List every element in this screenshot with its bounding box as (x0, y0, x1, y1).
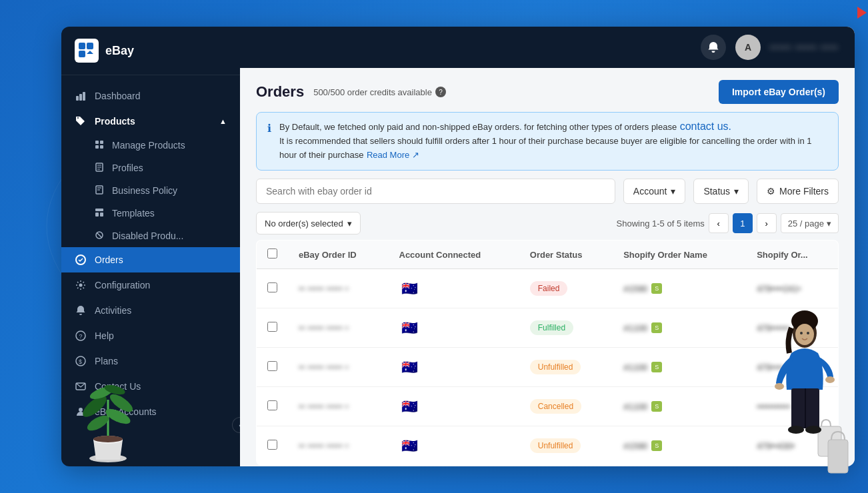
sidebar-item-label-contact-us: Contact Us (95, 381, 227, 392)
col-header-order-status: Order Status (519, 241, 613, 269)
sidebar-item-activities[interactable]: Activities (61, 298, 240, 323)
account-connected-cell-3: 🇦🇺 (389, 387, 519, 426)
credits-help-icon[interactable]: ? (435, 87, 446, 97)
sidebar-sub-label-disabled-products: Disabled Produ... (112, 231, 183, 241)
table-row: •• ••••• ••••• • 🇦🇺 Cancelled #1100 S ••… (257, 387, 839, 426)
sidebar-item-orders[interactable]: Orders (61, 247, 240, 272)
select-all-header (257, 241, 289, 269)
header-username: ••••• ••••• •••• (770, 43, 839, 53)
pagination: Showing 1-5 of 5 items ‹ 1 › 25 / page ▾ (617, 213, 839, 233)
svg-line-25 (97, 233, 102, 238)
flag-1: 🇦🇺 (399, 317, 421, 338)
disabled-icon (95, 231, 105, 241)
template-icon (95, 208, 105, 219)
flag-2: 🇦🇺 (399, 356, 421, 378)
row-checkbox-3[interactable] (267, 400, 277, 410)
sidebar-item-manage-products[interactable]: Manage Products (61, 134, 240, 157)
sidebar-item-ebay-accounts[interactable]: eBay Accounts (61, 399, 240, 424)
col-header-account-connected: Account Connected (389, 241, 519, 269)
shopify-icon-4: S (651, 440, 662, 451)
sidebar-item-disabled-products[interactable]: Disabled Produ... (61, 225, 240, 247)
sidebar-item-dashboard[interactable]: Dashboard (61, 83, 240, 109)
shopify-name-1: #1100 (623, 323, 647, 333)
svg-rect-44 (828, 440, 848, 473)
info-banner: ℹ By Default, we fetched only paid and n… (256, 112, 839, 171)
svg-rect-10 (95, 141, 99, 144)
shopify-name-0: #1590 (623, 284, 647, 294)
row-checkbox-cell-0 (257, 269, 289, 308)
notification-bell-button[interactable] (701, 35, 726, 60)
read-more-link[interactable]: Read More ↗ (367, 150, 419, 160)
shopify-name-3: #1100 (623, 402, 647, 412)
sidebar-sub-label-manage-products: Manage Products (112, 140, 185, 151)
chevron-down-icon: ▾ (347, 219, 352, 229)
flag-3: 🇦🇺 (399, 396, 421, 417)
account-connected-cell-2: 🇦🇺 (389, 348, 519, 387)
row-checkbox-cell-1 (257, 308, 289, 348)
sidebar-item-help[interactable]: ? Help (61, 323, 240, 348)
svg-rect-9 (83, 92, 85, 101)
sidebar-item-templates[interactable]: Templates (61, 202, 240, 225)
sidebar-item-profiles[interactable]: Profiles (61, 157, 240, 179)
info-icon: ℹ (267, 122, 271, 162)
order-id-cell-4: •• ••••• ••••• • (288, 426, 389, 466)
row-checkbox-4[interactable] (267, 440, 277, 450)
sidebar-item-plans[interactable]: $ Plans (61, 348, 240, 374)
sidebar-sub-label-profiles: Profiles (112, 163, 143, 173)
sidebar-item-products[interactable]: Products ▲ (61, 109, 240, 134)
shopify-order-0: #1590 S (623, 283, 735, 294)
svg-text:$: $ (79, 358, 82, 365)
prev-page-button[interactable]: ‹ (709, 213, 729, 233)
app-container: eBay Dashboard Products ▲ (61, 27, 855, 466)
svg-text:?: ? (79, 333, 83, 340)
logo-icon (75, 39, 99, 63)
account-filter-button[interactable]: Account ▾ (623, 179, 686, 204)
order-id-cell-1: •• ••••• ••••• • (288, 308, 389, 348)
info-banner-content: By Default, we fetched only paid and non… (279, 121, 827, 162)
row-checkbox-0[interactable] (267, 282, 277, 292)
account-connected-cell-4: 🇦🇺 (389, 426, 519, 466)
user-avatar[interactable]: A (735, 35, 761, 60)
contact-us-link[interactable]: contact us. (680, 121, 731, 132)
per-page-dropdown[interactable]: 25 / page ▾ (781, 213, 839, 233)
order-status-cell-1: Fulfilled (519, 308, 613, 348)
status-filter-button[interactable]: Status ▾ (693, 179, 749, 204)
tag-icon (75, 115, 87, 127)
status-badge-1: Fulfilled (530, 320, 573, 335)
svg-rect-13 (100, 145, 103, 149)
order-id-text-4: •• ••••• ••••• • (299, 441, 349, 451)
sidebar-item-configuration[interactable]: Configuration (61, 272, 240, 298)
next-page-button[interactable]: › (757, 213, 777, 233)
orders-credits-badge: 500/500 order credits available ? (313, 87, 446, 97)
order-id-text-2: •• ••••• ••••• • (299, 362, 349, 372)
shopify-order-name-cell-1: #1100 S (613, 308, 746, 348)
shopify-order-name-cell-3: #1100 S (613, 387, 746, 426)
import-orders-button[interactable]: Import eBay Order(s) (719, 80, 839, 104)
shopify-order-name-cell-0: #1590 S (613, 269, 746, 308)
sidebar-item-business-policy[interactable]: Business Policy (61, 179, 240, 202)
svg-point-50 (775, 383, 784, 390)
status-badge-2: Unfulfilled (530, 360, 581, 374)
select-all-checkbox[interactable] (267, 248, 277, 258)
more-filters-button[interactable]: ⚙ More Filters (757, 179, 839, 204)
bell-icon (75, 304, 87, 316)
order-id-cell-3: •• ••••• ••••• • (288, 387, 389, 426)
svg-point-48 (800, 332, 803, 334)
svg-point-54 (788, 426, 804, 434)
orders-table: eBay Order ID Account Connected Order St… (256, 240, 839, 466)
sidebar-item-contact-us[interactable]: Contact Us (61, 374, 240, 399)
page-number-1[interactable]: 1 (733, 213, 753, 233)
showing-text: Showing 1-5 of 5 items (617, 219, 705, 229)
shopify-name-4: #1590 (623, 441, 647, 451)
shopify-order-1: #1100 S (623, 322, 735, 333)
sidebar-sub-label-templates: Templates (112, 208, 155, 219)
row-checkbox-2[interactable] (267, 361, 277, 371)
search-input[interactable] (256, 179, 615, 204)
shopify-icon-1: S (651, 322, 662, 333)
row-checkbox-1[interactable] (267, 322, 277, 332)
order-id-text-3: •• ••••• ••••• • (299, 402, 349, 412)
order-status-cell-3: Cancelled (519, 387, 613, 426)
bulk-select-dropdown[interactable]: No order(s) selected ▾ (256, 212, 361, 235)
svg-rect-12 (95, 145, 99, 149)
svg-rect-22 (95, 213, 99, 217)
